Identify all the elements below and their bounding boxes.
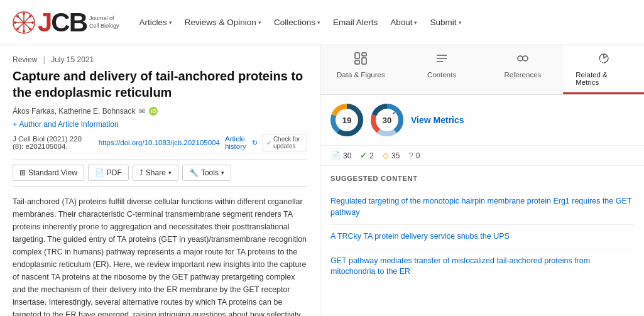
stat-check: ✔ 2	[360, 151, 374, 160]
citation-line: J Cell Biol (2021) 220 (8): e202105004. …	[13, 134, 307, 151]
reviews-chevron-icon: ▾	[258, 19, 261, 26]
submit-chevron-icon: ▾	[459, 19, 462, 26]
nav-email-alerts[interactable]: Email Alerts	[328, 14, 383, 31]
svg-point-5	[23, 13, 25, 15]
question-icon: ?	[408, 151, 413, 160]
journal-logo-icon	[13, 11, 35, 34]
alerts-icon: ◇	[383, 151, 389, 160]
svg-point-20	[518, 56, 523, 61]
svg-point-10	[29, 28, 31, 30]
about-chevron-icon: ▾	[414, 19, 417, 26]
metric-donut-1-svg: 19	[330, 104, 363, 136]
doi-link[interactable]: https://doi.org/10.1083/jcb.202105004	[99, 139, 220, 146]
email-icon: ✉	[139, 107, 145, 116]
right-panel: Data & Figures Contents	[320, 45, 644, 316]
share-button[interactable]: ⤴ Share ▾	[133, 165, 178, 181]
main-nav: Articles ▾ Reviews & Opinion ▾ Collectio…	[134, 14, 631, 31]
collections-chevron-icon: ▾	[317, 19, 320, 26]
check-icon: ✓	[266, 139, 271, 146]
author-info-link[interactable]: + Author and Article Information	[13, 119, 307, 129]
suggested-content-area: SUGGESTED CONTENT Regulated targeting of…	[320, 166, 644, 316]
stat-question: ? 0	[408, 151, 420, 160]
nav-collections[interactable]: Collections ▾	[269, 14, 325, 31]
articles-chevron-icon: ▾	[169, 19, 172, 26]
logo-subtitle: Journal ofCell Biology	[89, 15, 119, 30]
history-refresh-icon: ↻	[252, 139, 258, 147]
nav-articles[interactable]: Articles ▾	[134, 14, 177, 31]
standard-view-button[interactable]: ⊞ Standard View	[13, 165, 84, 181]
logo[interactable]: JCB Journal ofCell Biology	[13, 9, 119, 36]
metric-donut-2-svg: 30	[371, 104, 403, 136]
share-chevron-icon: ▾	[168, 170, 172, 176]
check-for-updates-badge[interactable]: ✓ Check for updates	[263, 134, 307, 151]
author-info-row: + Author and Article Information	[13, 119, 307, 129]
metrics-area: 19 30 View Metrics	[320, 95, 644, 146]
orcid-icon: iD	[149, 107, 158, 116]
site-header: JCB Journal ofCell Biology Articles ▾ Re…	[0, 0, 644, 45]
suggested-content-title: SUGGESTED CONTENT	[330, 175, 634, 182]
svg-text:30: 30	[383, 116, 391, 125]
svg-point-9	[16, 15, 19, 18]
svg-rect-15	[355, 60, 359, 64]
metric-stats-row: 📄 30 ✔ 2 ◇ 35 ? 0	[320, 146, 644, 166]
svg-point-6	[23, 30, 25, 33]
article-history-link[interactable]: Article history ↻	[225, 135, 258, 150]
abstract-text: Tail-anchored (TA) proteins fulfill dive…	[13, 195, 307, 316]
plus-icon: +	[13, 119, 18, 129]
svg-point-21	[523, 56, 528, 61]
tools-button[interactable]: 🔧 Tools ▾	[182, 165, 231, 181]
suggested-item-2[interactable]: GET pathway mediates transfer of misloca…	[330, 249, 634, 284]
logo-j: J	[38, 8, 51, 37]
tab-contents[interactable]: Contents	[401, 45, 483, 94]
metric-donut-1: 19	[330, 104, 363, 136]
article-title: Capture and delivery of tail-anchored pr…	[13, 68, 307, 101]
tab-data-figures[interactable]: Data & Figures	[320, 45, 401, 94]
svg-rect-13	[355, 53, 359, 58]
tools-chevron-icon: ▾	[221, 170, 224, 176]
svg-rect-16	[362, 58, 366, 64]
tab-references[interactable]: References	[483, 45, 564, 94]
nav-about[interactable]: About ▾	[385, 14, 422, 31]
suggested-item-0[interactable]: Regulated targeting of the monotopic hai…	[330, 190, 634, 225]
check-stat-icon: ✔	[360, 151, 367, 160]
pdf-icon: 📄	[95, 168, 104, 177]
pdf-button[interactable]: 📄 PDF	[88, 165, 129, 181]
article-panel: Review | July 15 2021 Capture and delive…	[0, 45, 320, 316]
svg-rect-14	[362, 53, 366, 56]
article-toolbar: ⊞ Standard View 📄 PDF ⤴ Share ▾ 🔧 Tools …	[13, 159, 307, 187]
nav-submit[interactable]: Submit ▾	[425, 14, 466, 31]
svg-point-12	[16, 28, 19, 30]
tools-icon: 🔧	[189, 168, 199, 177]
contents-icon	[435, 52, 449, 68]
data-figures-icon	[354, 52, 368, 68]
svg-point-11	[29, 15, 31, 18]
article-tabs: Data & Figures Contents	[320, 45, 644, 95]
article-meta-label: Review | July 15 2021	[13, 55, 307, 64]
logo-letters: JCB	[38, 9, 87, 36]
share-icon: ⤴	[139, 168, 143, 177]
view-metrics-link[interactable]: View Metrics	[411, 115, 464, 125]
svg-point-7	[14, 21, 16, 24]
citations-icon: 📄	[330, 151, 341, 160]
svg-text:19: 19	[342, 116, 351, 125]
svg-point-8	[31, 21, 34, 24]
related-metrics-icon	[597, 52, 611, 68]
tab-related-metrics[interactable]: Related & Metrics	[563, 45, 644, 94]
standard-view-icon: ⊞	[19, 168, 26, 177]
stat-alerts: ◇ 35	[383, 151, 400, 160]
main-layout: Review | July 15 2021 Capture and delive…	[0, 45, 644, 316]
metric-donut-2: 30	[371, 104, 403, 136]
references-icon	[516, 52, 530, 68]
suggested-item-1[interactable]: A TRCky TA protein delivery service snub…	[330, 225, 634, 249]
nav-reviews[interactable]: Reviews & Opinion ▾	[180, 14, 266, 31]
authors-line: Ákos Farkas, Katherine E. Bohnsack ✉ iD	[13, 107, 307, 116]
stat-citations: 📄 30	[330, 151, 351, 160]
